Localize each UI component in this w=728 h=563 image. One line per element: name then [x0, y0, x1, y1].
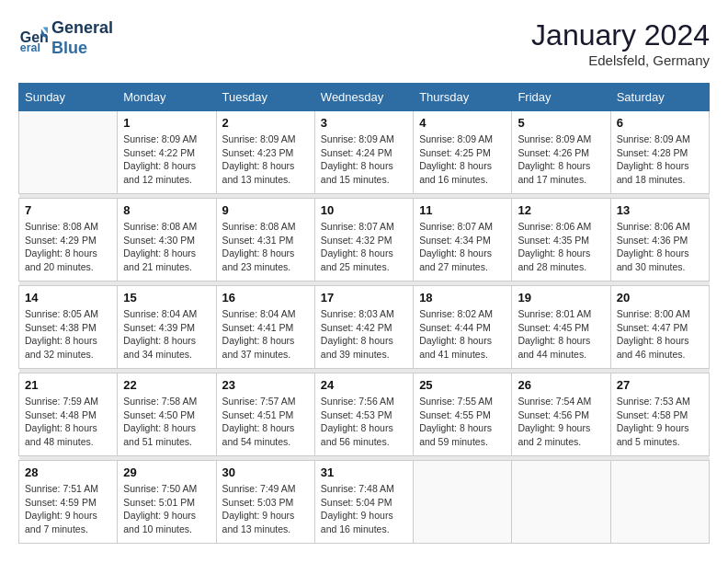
day-number: 27: [617, 378, 703, 392]
day-number: 15: [123, 291, 210, 304]
day-number: 31: [321, 465, 407, 479]
day-info: Sunrise: 8:09 AM Sunset: 4:28 PM Dayligh…: [617, 132, 703, 187]
day-info: Sunrise: 8:04 AM Sunset: 4:39 PM Dayligh…: [123, 307, 210, 362]
day-info: Sunrise: 7:56 AM Sunset: 4:53 PM Dayligh…: [321, 395, 407, 449]
calendar-cell: 19Sunrise: 8:01 AM Sunset: 4:45 PM Dayli…: [512, 286, 610, 369]
day-number: 13: [617, 203, 703, 217]
logo-line1: General: [51, 18, 113, 39]
day-info: Sunrise: 8:01 AM Sunset: 4:45 PM Dayligh…: [518, 307, 604, 362]
day-number: 22: [123, 378, 210, 392]
day-info: Sunrise: 7:57 AM Sunset: 4:51 PM Dayligh…: [222, 395, 309, 449]
calendar-header-row: SundayMondayTuesdayWednesdayThursdayFrid…: [19, 84, 710, 111]
day-info: Sunrise: 7:48 AM Sunset: 5:04 PM Dayligh…: [321, 482, 407, 536]
day-info: Sunrise: 7:58 AM Sunset: 4:50 PM Dayligh…: [123, 395, 210, 449]
calendar-cell: 13Sunrise: 8:06 AM Sunset: 4:36 PM Dayli…: [610, 199, 709, 282]
col-header-monday: Monday: [118, 84, 216, 111]
calendar-cell: 29Sunrise: 7:50 AM Sunset: 5:01 PM Dayli…: [118, 461, 216, 544]
day-info: Sunrise: 7:55 AM Sunset: 4:55 PM Dayligh…: [419, 395, 506, 449]
calendar-cell: 4Sunrise: 8:09 AM Sunset: 4:25 PM Daylig…: [414, 111, 512, 194]
calendar-cell: 9Sunrise: 8:08 AM Sunset: 4:31 PM Daylig…: [216, 199, 314, 282]
calendar-cell: 21Sunrise: 7:59 AM Sunset: 4:48 PM Dayli…: [19, 373, 118, 456]
calendar-week-row: 21Sunrise: 7:59 AM Sunset: 4:48 PM Dayli…: [19, 373, 710, 456]
day-number: 29: [123, 465, 210, 479]
calendar-cell: [512, 461, 610, 544]
day-number: 21: [25, 378, 111, 392]
day-info: Sunrise: 8:07 AM Sunset: 4:32 PM Dayligh…: [321, 220, 407, 274]
day-info: Sunrise: 8:09 AM Sunset: 4:22 PM Dayligh…: [123, 132, 210, 187]
calendar-cell: 1Sunrise: 8:09 AM Sunset: 4:22 PM Daylig…: [118, 111, 216, 194]
day-info: Sunrise: 8:09 AM Sunset: 4:23 PM Dayligh…: [222, 132, 309, 187]
calendar-cell: 24Sunrise: 7:56 AM Sunset: 4:53 PM Dayli…: [314, 373, 413, 456]
day-info: Sunrise: 8:09 AM Sunset: 4:24 PM Dayligh…: [321, 132, 407, 187]
calendar-table: SundayMondayTuesdayWednesdayThursdayFrid…: [18, 83, 710, 544]
day-number: 23: [222, 378, 309, 392]
calendar-cell: 2Sunrise: 8:09 AM Sunset: 4:23 PM Daylig…: [216, 111, 314, 194]
day-info: Sunrise: 8:03 AM Sunset: 4:42 PM Dayligh…: [321, 307, 407, 362]
calendar-week-row: 1Sunrise: 8:09 AM Sunset: 4:22 PM Daylig…: [19, 111, 710, 194]
day-info: Sunrise: 8:09 AM Sunset: 4:26 PM Dayligh…: [518, 132, 604, 187]
day-info: Sunrise: 8:07 AM Sunset: 4:34 PM Dayligh…: [419, 220, 506, 274]
day-number: 5: [518, 116, 604, 130]
calendar-cell: 15Sunrise: 8:04 AM Sunset: 4:39 PM Dayli…: [118, 286, 216, 369]
day-number: 18: [419, 291, 506, 304]
day-number: 2: [222, 116, 309, 130]
col-header-friday: Friday: [512, 84, 610, 111]
calendar-cell: [414, 461, 512, 544]
day-number: 14: [25, 291, 111, 304]
logo-line2: Blue: [51, 39, 113, 59]
day-number: 24: [321, 378, 407, 392]
calendar-cell: 10Sunrise: 8:07 AM Sunset: 4:32 PM Dayli…: [314, 199, 413, 282]
calendar-cell: 8Sunrise: 8:08 AM Sunset: 4:30 PM Daylig…: [118, 199, 216, 282]
day-number: 10: [321, 203, 407, 217]
day-info: Sunrise: 7:51 AM Sunset: 4:59 PM Dayligh…: [25, 482, 111, 536]
day-number: 25: [419, 378, 506, 392]
title-block: January 2024 Edelsfeld, Germany: [531, 18, 710, 68]
day-number: 8: [123, 203, 210, 217]
calendar-cell: 3Sunrise: 8:09 AM Sunset: 4:24 PM Daylig…: [314, 111, 413, 194]
calendar-cell: 25Sunrise: 7:55 AM Sunset: 4:55 PM Dayli…: [414, 373, 512, 456]
svg-text:eral: eral: [20, 41, 40, 53]
calendar-week-row: 7Sunrise: 8:08 AM Sunset: 4:29 PM Daylig…: [19, 199, 710, 282]
calendar-cell: [610, 461, 709, 544]
col-header-thursday: Thursday: [414, 84, 512, 111]
day-info: Sunrise: 8:08 AM Sunset: 4:30 PM Dayligh…: [123, 220, 210, 274]
day-number: 9: [222, 203, 309, 217]
calendar-cell: 18Sunrise: 8:02 AM Sunset: 4:44 PM Dayli…: [414, 286, 512, 369]
day-info: Sunrise: 7:50 AM Sunset: 5:01 PM Dayligh…: [123, 482, 210, 536]
day-number: 26: [518, 378, 604, 392]
day-info: Sunrise: 8:08 AM Sunset: 4:29 PM Dayligh…: [25, 220, 111, 274]
day-number: 7: [25, 203, 111, 217]
calendar-cell: 27Sunrise: 7:53 AM Sunset: 4:58 PM Dayli…: [610, 373, 709, 456]
calendar-cell: 5Sunrise: 8:09 AM Sunset: 4:26 PM Daylig…: [512, 111, 610, 194]
day-info: Sunrise: 8:06 AM Sunset: 4:35 PM Dayligh…: [518, 220, 604, 274]
calendar-cell: 14Sunrise: 8:05 AM Sunset: 4:38 PM Dayli…: [19, 286, 118, 369]
calendar-cell: 20Sunrise: 8:00 AM Sunset: 4:47 PM Dayli…: [610, 286, 709, 369]
col-header-tuesday: Tuesday: [216, 84, 314, 111]
day-number: 12: [518, 203, 604, 217]
calendar-cell: 30Sunrise: 7:49 AM Sunset: 5:03 PM Dayli…: [216, 461, 314, 544]
logo: Gen eral General Blue: [18, 18, 113, 58]
calendar-cell: 16Sunrise: 8:04 AM Sunset: 4:41 PM Dayli…: [216, 286, 314, 369]
calendar-cell: 23Sunrise: 7:57 AM Sunset: 4:51 PM Dayli…: [216, 373, 314, 456]
col-header-saturday: Saturday: [610, 84, 709, 111]
day-number: 19: [518, 291, 604, 304]
calendar-week-row: 28Sunrise: 7:51 AM Sunset: 4:59 PM Dayli…: [19, 461, 710, 544]
day-number: 16: [222, 291, 309, 304]
calendar-cell: 31Sunrise: 7:48 AM Sunset: 5:04 PM Dayli…: [314, 461, 413, 544]
day-info: Sunrise: 8:09 AM Sunset: 4:25 PM Dayligh…: [419, 132, 506, 187]
day-info: Sunrise: 8:00 AM Sunset: 4:47 PM Dayligh…: [617, 307, 703, 362]
day-info: Sunrise: 8:05 AM Sunset: 4:38 PM Dayligh…: [25, 307, 111, 362]
day-info: Sunrise: 8:02 AM Sunset: 4:44 PM Dayligh…: [419, 307, 506, 362]
calendar-cell: 7Sunrise: 8:08 AM Sunset: 4:29 PM Daylig…: [19, 199, 118, 282]
calendar-cell: [19, 111, 118, 194]
logo-icon: Gen eral: [18, 24, 48, 53]
day-number: 3: [321, 116, 407, 130]
day-number: 4: [419, 116, 506, 130]
day-number: 20: [617, 291, 703, 304]
day-info: Sunrise: 7:49 AM Sunset: 5:03 PM Dayligh…: [222, 482, 309, 536]
day-number: 17: [321, 291, 407, 304]
calendar-cell: 6Sunrise: 8:09 AM Sunset: 4:28 PM Daylig…: [610, 111, 709, 194]
day-info: Sunrise: 7:53 AM Sunset: 4:58 PM Dayligh…: [617, 395, 703, 449]
day-number: 6: [617, 116, 703, 130]
day-number: 1: [123, 116, 210, 130]
